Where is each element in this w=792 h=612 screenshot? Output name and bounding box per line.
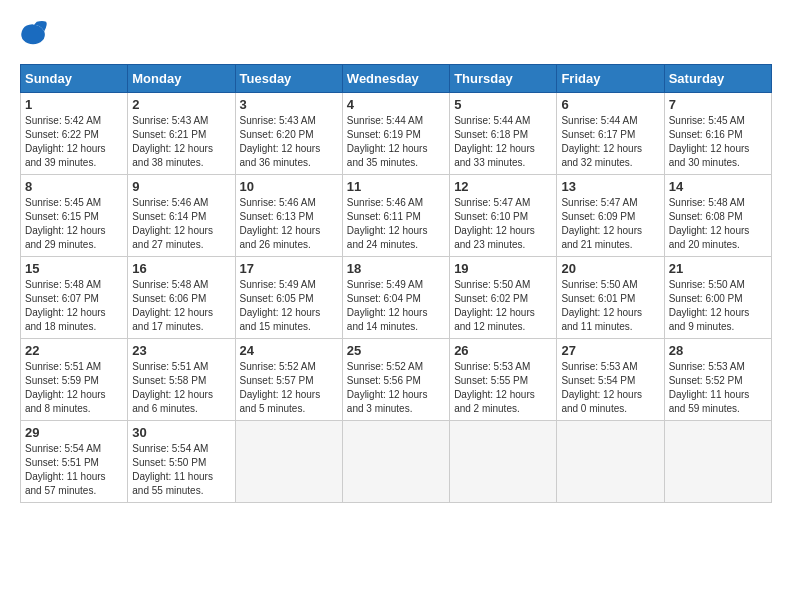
- calendar-day-27: 27Sunrise: 5:53 AMSunset: 5:54 PMDayligh…: [557, 339, 664, 421]
- col-header-tuesday: Tuesday: [235, 65, 342, 93]
- calendar-day-3: 3Sunrise: 5:43 AMSunset: 6:20 PMDaylight…: [235, 93, 342, 175]
- calendar-day-21: 21Sunrise: 5:50 AMSunset: 6:00 PMDayligh…: [664, 257, 771, 339]
- calendar-table: SundayMondayTuesdayWednesdayThursdayFrid…: [20, 64, 772, 503]
- calendar-day-22: 22Sunrise: 5:51 AMSunset: 5:59 PMDayligh…: [21, 339, 128, 421]
- calendar-day-9: 9Sunrise: 5:46 AMSunset: 6:14 PMDaylight…: [128, 175, 235, 257]
- calendar-day-empty: [664, 421, 771, 503]
- calendar-day-16: 16Sunrise: 5:48 AMSunset: 6:06 PMDayligh…: [128, 257, 235, 339]
- logo: [20, 20, 52, 48]
- calendar-day-empty: [450, 421, 557, 503]
- calendar-day-5: 5Sunrise: 5:44 AMSunset: 6:18 PMDaylight…: [450, 93, 557, 175]
- calendar-day-4: 4Sunrise: 5:44 AMSunset: 6:19 PMDaylight…: [342, 93, 449, 175]
- calendar-day-25: 25Sunrise: 5:52 AMSunset: 5:56 PMDayligh…: [342, 339, 449, 421]
- calendar-day-18: 18Sunrise: 5:49 AMSunset: 6:04 PMDayligh…: [342, 257, 449, 339]
- calendar-day-14: 14Sunrise: 5:48 AMSunset: 6:08 PMDayligh…: [664, 175, 771, 257]
- calendar-day-28: 28Sunrise: 5:53 AMSunset: 5:52 PMDayligh…: [664, 339, 771, 421]
- calendar-week-2: 8Sunrise: 5:45 AMSunset: 6:15 PMDaylight…: [21, 175, 772, 257]
- calendar-week-1: 1Sunrise: 5:42 AMSunset: 6:22 PMDaylight…: [21, 93, 772, 175]
- header: [20, 20, 772, 48]
- calendar-day-24: 24Sunrise: 5:52 AMSunset: 5:57 PMDayligh…: [235, 339, 342, 421]
- calendar-day-13: 13Sunrise: 5:47 AMSunset: 6:09 PMDayligh…: [557, 175, 664, 257]
- col-header-saturday: Saturday: [664, 65, 771, 93]
- calendar-day-empty: [235, 421, 342, 503]
- calendar-day-empty: [342, 421, 449, 503]
- logo-icon: [20, 20, 48, 48]
- calendar-header-row: SundayMondayTuesdayWednesdayThursdayFrid…: [21, 65, 772, 93]
- calendar-week-3: 15Sunrise: 5:48 AMSunset: 6:07 PMDayligh…: [21, 257, 772, 339]
- calendar-day-10: 10Sunrise: 5:46 AMSunset: 6:13 PMDayligh…: [235, 175, 342, 257]
- col-header-friday: Friday: [557, 65, 664, 93]
- calendar-day-15: 15Sunrise: 5:48 AMSunset: 6:07 PMDayligh…: [21, 257, 128, 339]
- calendar-day-30: 30Sunrise: 5:54 AMSunset: 5:50 PMDayligh…: [128, 421, 235, 503]
- calendar-day-11: 11Sunrise: 5:46 AMSunset: 6:11 PMDayligh…: [342, 175, 449, 257]
- calendar-day-8: 8Sunrise: 5:45 AMSunset: 6:15 PMDaylight…: [21, 175, 128, 257]
- calendar-day-23: 23Sunrise: 5:51 AMSunset: 5:58 PMDayligh…: [128, 339, 235, 421]
- calendar-week-4: 22Sunrise: 5:51 AMSunset: 5:59 PMDayligh…: [21, 339, 772, 421]
- calendar-day-19: 19Sunrise: 5:50 AMSunset: 6:02 PMDayligh…: [450, 257, 557, 339]
- col-header-thursday: Thursday: [450, 65, 557, 93]
- col-header-wednesday: Wednesday: [342, 65, 449, 93]
- calendar-day-26: 26Sunrise: 5:53 AMSunset: 5:55 PMDayligh…: [450, 339, 557, 421]
- col-header-monday: Monday: [128, 65, 235, 93]
- calendar-day-20: 20Sunrise: 5:50 AMSunset: 6:01 PMDayligh…: [557, 257, 664, 339]
- calendar-day-empty: [557, 421, 664, 503]
- calendar-week-5: 29Sunrise: 5:54 AMSunset: 5:51 PMDayligh…: [21, 421, 772, 503]
- calendar-day-6: 6Sunrise: 5:44 AMSunset: 6:17 PMDaylight…: [557, 93, 664, 175]
- col-header-sunday: Sunday: [21, 65, 128, 93]
- calendar-day-2: 2Sunrise: 5:43 AMSunset: 6:21 PMDaylight…: [128, 93, 235, 175]
- calendar-day-1: 1Sunrise: 5:42 AMSunset: 6:22 PMDaylight…: [21, 93, 128, 175]
- calendar-day-17: 17Sunrise: 5:49 AMSunset: 6:05 PMDayligh…: [235, 257, 342, 339]
- calendar-day-29: 29Sunrise: 5:54 AMSunset: 5:51 PMDayligh…: [21, 421, 128, 503]
- calendar-day-7: 7Sunrise: 5:45 AMSunset: 6:16 PMDaylight…: [664, 93, 771, 175]
- calendar-day-12: 12Sunrise: 5:47 AMSunset: 6:10 PMDayligh…: [450, 175, 557, 257]
